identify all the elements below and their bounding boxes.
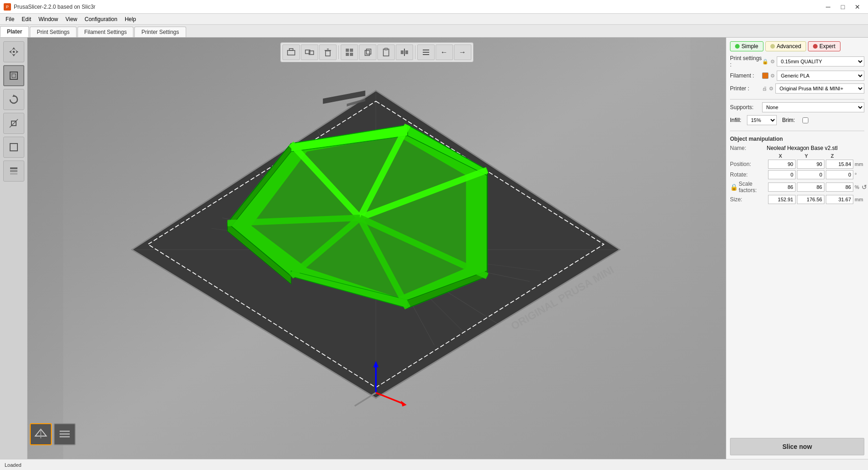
menu-file[interactable]: File <box>2 15 18 23</box>
redo-button[interactable]: → <box>454 44 471 60</box>
rotate-tool[interactable] <box>3 89 24 110</box>
close-button[interactable]: ✕ <box>851 2 864 12</box>
delete-button[interactable] <box>319 44 337 60</box>
rotate-z-input[interactable] <box>826 170 853 179</box>
tab-printer-settings[interactable]: Printer Settings <box>134 27 186 37</box>
size-y-input[interactable] <box>797 195 824 204</box>
scale-reset-button[interactable]: ↺ <box>860 183 868 191</box>
menu-help[interactable]: Help <box>121 15 140 23</box>
mode-expert-label: Expert <box>819 43 835 50</box>
scale-x-input[interactable] <box>768 182 796 192</box>
menu-window[interactable]: Window <box>35 15 62 23</box>
scale-z-input[interactable] <box>826 182 853 192</box>
size-z-input[interactable] <box>826 195 853 204</box>
position-x-input[interactable] <box>768 160 796 169</box>
col-x-header: X <box>768 153 793 159</box>
object-name-value: Neoleaf Hexagon Base v2.stl <box>767 145 838 151</box>
menu-edit[interactable]: Edit <box>18 15 35 23</box>
viewport-toolbar: ← → <box>280 42 474 62</box>
scale-percent: % <box>855 184 859 190</box>
place-tool[interactable] <box>3 137 24 158</box>
layers-view-button[interactable] <box>417 44 435 60</box>
tab-print-settings[interactable]: Print Settings <box>30 27 76 37</box>
title-bar: P PrusaSlicer-2.2.0 based on Slic3r ─ □ … <box>0 0 868 14</box>
navigate-tool[interactable] <box>3 41 24 62</box>
rotate-label: Rotate: <box>730 171 767 178</box>
mode-advanced-button[interactable]: Advanced <box>765 41 806 51</box>
svg-rect-6 <box>12 74 16 77</box>
print-settings-select[interactable]: 0.15mm QUALITY <box>777 56 864 66</box>
svg-rect-30 <box>401 50 404 54</box>
scale-row: 🔒 Scale factors: % ↺ <box>730 181 864 194</box>
layers-tool[interactable] <box>3 160 24 182</box>
brim-checkbox[interactable] <box>802 117 808 123</box>
position-y-input[interactable] <box>797 160 824 169</box>
position-z-input[interactable] <box>826 160 853 169</box>
mode-simple-button[interactable]: Simple <box>730 41 763 51</box>
maximize-button[interactable]: □ <box>836 2 850 12</box>
filament-color-dot <box>762 72 768 79</box>
infill-select[interactable]: 15% 5% 10% 20% 25% <box>747 115 777 125</box>
status-text: Loaded <box>5 462 22 468</box>
layers-view-thumb[interactable] <box>54 423 76 445</box>
tab-plater[interactable]: Plater <box>0 26 29 37</box>
simple-dot <box>735 44 740 49</box>
scale-label: Scale factors: <box>739 181 767 194</box>
lock-icon[interactable]: 🔒 <box>730 183 738 191</box>
rotate-y-input[interactable] <box>797 170 824 179</box>
filament-label: Filament : <box>730 72 762 79</box>
3d-view-thumb[interactable] <box>30 423 52 445</box>
undo-button[interactable]: ← <box>436 44 453 60</box>
svg-rect-73 <box>60 431 70 432</box>
svg-rect-25 <box>365 50 370 55</box>
left-toolbar <box>0 38 28 459</box>
paste-button[interactable] <box>377 44 395 60</box>
slice-now-button[interactable]: Slice now <box>730 438 864 455</box>
status-bar: Loaded <box>0 459 868 470</box>
mode-simple-label: Simple <box>741 43 758 50</box>
supports-select[interactable]: None Support on build plate Everywhere <box>762 102 864 112</box>
infill-label: Infill: <box>730 117 741 123</box>
rotate-x-input[interactable] <box>768 170 796 179</box>
menu-view[interactable]: View <box>62 15 81 23</box>
object-manipulation: Object manipulation Name: Neoleaf Hexago… <box>730 136 864 205</box>
scale-unit: % ↺ <box>855 183 868 191</box>
svg-rect-11 <box>10 167 17 169</box>
advanced-dot <box>770 44 775 49</box>
size-x-input[interactable] <box>768 195 796 204</box>
viewport[interactable]: ← → <box>28 38 726 459</box>
menu-bar: File Edit Window View Configuration Help <box>0 14 868 25</box>
add-object-button[interactable] <box>282 44 300 60</box>
filament-select[interactable]: Generic PLA <box>777 71 864 81</box>
copy-button[interactable] <box>359 44 376 60</box>
name-label: Name: <box>730 145 767 151</box>
svg-rect-24 <box>350 53 353 56</box>
col-y-header: Y <box>794 153 819 159</box>
arrange-button[interactable] <box>341 44 358 60</box>
tab-filament-settings[interactable]: Filament Settings <box>77 27 134 37</box>
supports-label: Supports: <box>730 104 762 111</box>
scale-y-input[interactable] <box>797 182 824 192</box>
svg-rect-15 <box>289 49 293 50</box>
3d-scene: ORIGINAL PRUSA MINI <box>28 38 726 459</box>
rotate-row: Rotate: ° <box>730 170 864 179</box>
svg-rect-28 <box>385 48 387 50</box>
svg-rect-21 <box>346 49 349 52</box>
svg-rect-12 <box>10 170 17 172</box>
printer-preset-icon: ⚙ <box>769 86 774 92</box>
select-tool[interactable] <box>3 65 24 86</box>
scale-tool[interactable] <box>3 113 24 134</box>
minimize-button[interactable]: ─ <box>821 2 835 12</box>
app-icon: P <box>4 3 11 11</box>
split-button[interactable] <box>396 44 413 60</box>
filament-preset-icon: ⚙ <box>770 73 775 79</box>
svg-line-9 <box>10 119 18 127</box>
size-row: Size: mm <box>730 195 864 204</box>
add-instances-button[interactable] <box>301 44 318 60</box>
position-label: Position: <box>730 161 767 167</box>
expert-dot <box>813 44 818 49</box>
mode-expert-button[interactable]: Expert <box>808 41 840 51</box>
menu-configuration[interactable]: Configuration <box>81 15 121 23</box>
printer-select[interactable]: Original Prusa MINI & MINI+ <box>775 83 864 94</box>
svg-marker-0 <box>12 47 16 50</box>
